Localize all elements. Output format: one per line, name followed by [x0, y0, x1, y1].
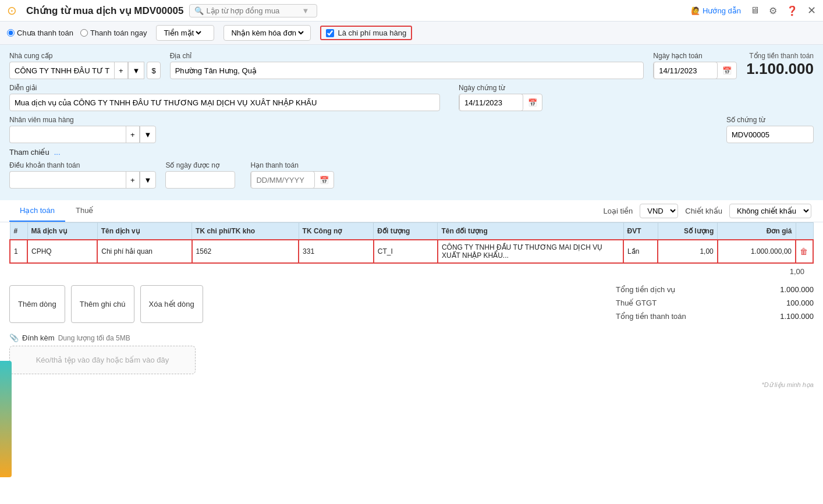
drop-zone[interactable]: Kéo/thả tệp vào đây hoặc bấm vào đây	[9, 346, 196, 374]
attachment-clip-icon: 📎	[9, 333, 19, 342]
dien-giai-input[interactable]	[9, 94, 440, 111]
chiet-khau-label: Chiết khấu	[685, 207, 722, 215]
col-ten-doi-tuong: Tên đối tượng	[438, 223, 623, 240]
cell-delete[interactable]: 🗑	[796, 240, 813, 263]
them-dong-button[interactable]: Thêm dòng	[9, 285, 65, 323]
close-button[interactable]: ✕	[807, 4, 816, 17]
service-table: # Mã dịch vụ Tên dịch vụ TK chi phí/TK k…	[9, 222, 814, 264]
han-thanh-toan-input[interactable]	[251, 171, 315, 189]
radio-thanh-toan-ngay[interactable]: Thanh toán ngay	[80, 29, 147, 37]
col-tk-chi-phi: TK chi phí/TK kho	[192, 223, 299, 240]
han-thanh-toan-wrap: 📅	[250, 171, 334, 189]
summary-tong-tien-thanh-toan: Tổng tiền thanh toán 1.100.000	[616, 312, 814, 321]
so-chung-tu-label: Số chứng từ	[726, 116, 814, 124]
tong-tien-section: Tổng tiền thanh toán 1.100.000	[746, 52, 814, 78]
han-thanh-toan-label: Hạn thanh toán	[250, 161, 334, 169]
cell-tk-chi-phi[interactable]: 1562	[192, 240, 299, 263]
ngay-hach-toan-label: Ngày hạch toán	[653, 52, 737, 60]
col-stt: #	[10, 223, 27, 240]
han-thanh-toan-calendar-icon[interactable]: 📅	[315, 173, 334, 187]
col-so-luong: Số lượng	[658, 223, 718, 240]
table-row[interactable]: 1 CPHQ Chi phí hải quan 1562 331 CT_I CÔ…	[10, 240, 813, 263]
radio-chua-thanh-toan[interactable]: Chưa thanh toán	[7, 29, 73, 37]
dropdown-nhan-vien-btn[interactable]: ▼	[140, 126, 157, 143]
cell-stt: 1	[10, 240, 27, 263]
search-dropdown-icon[interactable]: ▼	[301, 6, 309, 15]
attachment-label: Đính kèm	[22, 333, 55, 342]
settings-icon[interactable]: ⚙	[769, 5, 777, 16]
la-chi-phi-checkbox-label[interactable]: Là chi phí mua hàng	[320, 26, 412, 40]
page-title: Chứng từ mua dịch vụ MDV00005	[26, 5, 183, 17]
cell-tk-cong-no[interactable]: 331	[299, 240, 374, 263]
col-tk-cong-no: TK Công nợ	[299, 223, 374, 240]
dropdown-nha-cung-cap-btn[interactable]: ▼	[128, 62, 145, 79]
col-ten-dich-vu: Tên dịch vụ	[97, 223, 191, 240]
col-ma-dich-vu: Mã dịch vụ	[27, 223, 97, 240]
dollar-nha-cung-cap-btn[interactable]: $	[147, 62, 160, 79]
delete-row-icon[interactable]: 🗑	[800, 247, 808, 256]
attachment-size-limit: Dung lượng tối đa 5MB	[58, 334, 130, 342]
dia-chi-input[interactable]	[170, 62, 644, 79]
nha-cung-cap-input[interactable]	[9, 62, 114, 79]
monitor-icon[interactable]: 🖥	[750, 5, 760, 16]
search-icon: 🔍	[194, 6, 204, 15]
ngay-hach-toan-wrap: 📅	[653, 62, 737, 79]
invoice-option-select[interactable]: Nhận kèm hóa đơn	[224, 25, 311, 41]
help-circle-icon[interactable]: ❓	[786, 5, 798, 16]
col-action	[796, 223, 813, 240]
ngay-chung-tu-label: Ngày chứng từ	[459, 84, 542, 92]
footer-note: *Dữ liệu minh họa	[0, 379, 823, 391]
them-ghi-chu-button[interactable]: Thêm ghi chú	[71, 285, 134, 323]
payment-status-group: Chưa thanh toán Thanh toán ngay	[7, 29, 147, 37]
contract-search-wrap: 🔍 ▼	[189, 4, 317, 17]
dia-chi-label: Địa chỉ	[170, 52, 644, 60]
ngay-hach-toan-input[interactable]	[654, 62, 718, 79]
nhan-vien-label: Nhân viên mua hàng	[9, 116, 156, 124]
app-icon: ⊙	[7, 3, 17, 17]
la-chi-phi-checkbox[interactable]	[326, 29, 334, 37]
chiet-khau-select[interactable]: Không chiết khấu	[729, 204, 811, 218]
tab-hach-toan[interactable]: Hạch toán	[9, 200, 65, 222]
col-doi-tuong: Đối tượng	[374, 223, 438, 240]
nha-cung-cap-label: Nhà cung cấp	[9, 52, 161, 60]
cell-so-luong[interactable]: 1,00	[658, 240, 718, 263]
summary-thue-gtgt: Thuế GTGT 100.000	[616, 299, 814, 307]
loai-tien-label: Loại tiền	[604, 207, 633, 215]
contract-search-input[interactable]	[206, 6, 299, 15]
tham-chieu-dots[interactable]: ...	[54, 148, 61, 157]
row-total: 1,00	[9, 264, 814, 279]
add-nhan-vien-btn[interactable]: +	[126, 126, 140, 143]
tabs-list: Hạch toán Thuế	[9, 200, 104, 222]
cell-ten-dich-vu[interactable]: Chi phí hải quan	[97, 240, 191, 263]
nhan-vien-input[interactable]	[9, 126, 126, 143]
ngay-chung-tu-input[interactable]	[459, 94, 523, 111]
dieu-khoan-input[interactable]	[9, 171, 126, 189]
cell-dvt[interactable]: Lần	[623, 240, 658, 263]
help-link[interactable]: 🙋 Hướng dẫn	[691, 6, 741, 15]
loai-tien-select[interactable]: VND	[640, 204, 678, 218]
ngay-chung-tu-wrap: 📅	[459, 94, 542, 111]
xoa-het-dong-button[interactable]: Xóa hết dòng	[140, 285, 203, 323]
dien-giai-label: Diễn giải	[9, 84, 440, 92]
help-person-icon: 🙋	[691, 6, 700, 15]
cell-ma-dich-vu[interactable]: CPHQ	[27, 240, 97, 263]
so-ngay-label: Số ngày được nợ	[165, 161, 241, 169]
ngay-hach-toan-calendar-icon[interactable]: 📅	[718, 64, 736, 77]
cell-don-gia[interactable]: 1.000.000,00	[718, 240, 796, 263]
ngay-chung-tu-calendar-icon[interactable]: 📅	[523, 96, 542, 109]
side-panel-decoration	[0, 361, 12, 477]
add-nha-cung-cap-btn[interactable]: +	[114, 62, 128, 79]
payment-method-select[interactable]: Tiền mặt	[156, 25, 214, 41]
dieu-khoan-label: Điều khoản thanh toán	[9, 161, 156, 169]
col-don-gia: Đơn giá	[718, 223, 796, 240]
tab-thue[interactable]: Thuế	[65, 200, 104, 222]
summary-tong-tien-dich-vu: Tổng tiền dịch vụ 1.000.000	[616, 285, 814, 294]
add-dieu-khoan-btn[interactable]: +	[126, 171, 140, 189]
cell-doi-tuong[interactable]: CT_I	[374, 240, 438, 263]
drop-zone-text: Kéo/thả tệp vào đây hoặc bấm vào đây	[36, 356, 169, 364]
so-ngay-input[interactable]	[165, 171, 235, 189]
so-chung-tu-input[interactable]	[726, 126, 814, 143]
cell-ten-doi-tuong[interactable]: CÔNG TY TNHH ĐẦU TƯ THƯƠNG MAI DỊCH VỤ X…	[438, 240, 623, 263]
dropdown-dieu-khoan-btn[interactable]: ▼	[140, 171, 157, 189]
tham-chieu-label: Tham chiếu	[9, 148, 49, 157]
